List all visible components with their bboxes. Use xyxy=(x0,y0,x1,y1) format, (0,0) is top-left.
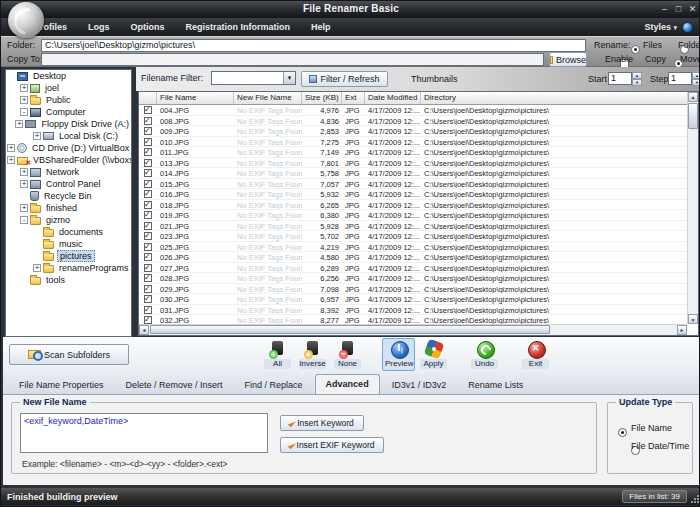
horizontal-scroll-thumb[interactable] xyxy=(150,325,550,334)
menu-registration-information[interactable]: Registration Information xyxy=(186,22,291,32)
tab[interactable]: Advanced xyxy=(315,374,380,394)
tree-item[interactable]: Recycle Bin xyxy=(6,190,131,202)
menu-logs[interactable]: Logs xyxy=(88,22,110,32)
browse-button[interactable]: Browse xyxy=(549,52,587,67)
resize-grip[interactable] xyxy=(691,495,699,503)
header-ext[interactable]: Ext xyxy=(342,92,365,104)
action-button[interactable]: All xyxy=(261,338,294,371)
table-row[interactable]: 025.JPG No EXIF Tags Found 4,219 JPG 4/1… xyxy=(139,242,687,253)
header-size[interactable]: Size (KB) xyxy=(302,92,342,104)
tree-expander-icon[interactable]: + xyxy=(7,156,15,164)
row-checkbox[interactable] xyxy=(144,316,152,324)
row-checkbox[interactable] xyxy=(144,243,152,251)
tree-item[interactable]: + Local Disk (C:) xyxy=(6,130,131,142)
row-checkbox[interactable] xyxy=(144,127,152,135)
combo-dropdown-icon[interactable]: ▼ xyxy=(283,72,295,84)
row-checkbox[interactable] xyxy=(144,253,152,261)
action-button[interactable]: Preview xyxy=(382,338,415,371)
tree-item[interactable]: + renamePrograms xyxy=(6,262,131,274)
minimize-button[interactable]: – xyxy=(658,4,671,14)
tree-item[interactable]: documents xyxy=(6,226,131,238)
rename-files-radio[interactable] xyxy=(631,45,640,54)
table-row[interactable]: 021.JPG No EXIF Tags Found 5,928 JPG 4/1… xyxy=(139,221,687,232)
tree-item[interactable]: - gizmo xyxy=(6,214,131,226)
table-row[interactable]: 030.JPG No EXIF Tags Found 6,957 JPG 4/1… xyxy=(139,294,687,305)
tab[interactable]: Rename Lists xyxy=(458,376,533,394)
row-checkbox[interactable] xyxy=(144,274,152,282)
styles-button[interactable]: Styles ▾ xyxy=(644,22,677,32)
tree-item[interactable]: pictures xyxy=(6,250,131,262)
action-button[interactable]: Undo xyxy=(468,338,501,371)
tab[interactable]: ID3v1 / ID3v2 xyxy=(382,376,457,394)
tree-item[interactable]: + joel xyxy=(6,82,131,94)
tree-expander-icon[interactable]: + xyxy=(33,132,41,140)
table-row[interactable]: 015.JPG No EXIF Tags Found 7,057 JPG 4/1… xyxy=(139,179,687,190)
table-row[interactable]: 018.JPG No EXIF Tags Found 6,265 JPG 4/1… xyxy=(139,200,687,211)
table-row[interactable]: 004.JPG No EXIF Tags Found 4,976 JPG 4/1… xyxy=(139,105,687,116)
action-button[interactable]: None xyxy=(331,338,364,371)
row-checkbox[interactable] xyxy=(144,295,152,303)
table-row[interactable]: 019.JPG No EXIF Tags Found 6,380 JPG 4/1… xyxy=(139,210,687,221)
row-checkbox[interactable] xyxy=(144,148,152,156)
scroll-left-icon[interactable]: ◄ xyxy=(139,325,149,335)
row-checkbox[interactable] xyxy=(144,106,152,114)
table-row[interactable]: 011.JPG No EXIF Tags Found 7,149 JPG 4/1… xyxy=(139,147,687,158)
row-checkbox[interactable] xyxy=(144,169,152,177)
scroll-right-icon[interactable]: ► xyxy=(677,325,687,335)
tree-expander-icon[interactable]: + xyxy=(20,168,28,176)
tree-item[interactable]: + finished xyxy=(6,202,131,214)
row-checkbox[interactable] xyxy=(144,180,152,188)
filename-filter-combo[interactable]: ▼ xyxy=(211,71,296,85)
table-row[interactable]: 013.JPG No EXIF Tags Found 7,801 JPG 4/1… xyxy=(139,158,687,169)
tree-expander-icon[interactable]: + xyxy=(33,264,41,272)
vertical-scrollbar[interactable]: ▲ ▼ xyxy=(687,92,698,324)
row-checkbox[interactable] xyxy=(144,138,152,146)
copy-to-input[interactable] xyxy=(41,53,544,66)
tree-item[interactable]: + Network xyxy=(6,166,131,178)
step-input[interactable]: 1 xyxy=(668,72,692,85)
row-checkbox[interactable] xyxy=(144,285,152,293)
row-checkbox[interactable] xyxy=(144,264,152,272)
tree-item[interactable]: music xyxy=(6,238,131,250)
help-globe-icon[interactable] xyxy=(682,22,693,33)
table-row[interactable]: 008.JPG No EXIF Tags Found 4,836 JPG 4/1… xyxy=(139,116,687,127)
tree-item[interactable]: + Public xyxy=(6,94,131,106)
menu-help[interactable]: Help xyxy=(311,22,331,32)
header-checkbox-column[interactable] xyxy=(139,92,157,104)
vertical-scroll-thumb[interactable] xyxy=(688,103,698,129)
row-checkbox[interactable] xyxy=(144,190,152,198)
table-row[interactable]: 026.JPG No EXIF Tags Found 4,580 JPG 4/1… xyxy=(139,252,687,263)
insert-exif-keyword-button[interactable]: Insert EXIF Keyword xyxy=(280,437,384,453)
tree-expander-icon[interactable]: + xyxy=(15,120,23,128)
horizontal-scrollbar[interactable]: ◄ ► xyxy=(139,324,687,335)
tree-expander-icon[interactable]: + xyxy=(20,96,28,104)
tree-expander-icon[interactable]: + xyxy=(7,144,15,152)
pattern-textarea[interactable]: <exif_keyword,DateTime> xyxy=(20,413,268,453)
tree-item[interactable]: tools xyxy=(6,274,131,286)
tree-item[interactable]: Desktop xyxy=(6,70,131,82)
header-directory[interactable]: Directory xyxy=(421,92,698,104)
table-row[interactable]: 027.JPG No EXIF Tags Found 6,289 JPG 4/1… xyxy=(139,263,687,274)
maximize-button[interactable]: □ xyxy=(672,4,685,14)
tree-expander-icon[interactable]: + xyxy=(20,204,28,212)
row-checkbox[interactable] xyxy=(144,306,152,314)
table-row[interactable]: 023.JPG No EXIF Tags Found 5,702 JPG 4/1… xyxy=(139,231,687,242)
table-row[interactable]: 010.JPG No EXIF Tags Found 7,275 JPG 4/1… xyxy=(139,137,687,148)
table-row[interactable]: 014.JPG No EXIF Tags Found 5,758 JPG 4/1… xyxy=(139,168,687,179)
tab[interactable]: File Name Properties xyxy=(9,376,114,394)
row-checkbox[interactable] xyxy=(144,222,152,230)
table-row[interactable]: 029.JPG No EXIF Tags Found 7,098 JPG 4/1… xyxy=(139,284,687,295)
header-date-modified[interactable]: Date Modified xyxy=(365,92,421,104)
header-file-name[interactable]: File Name xyxy=(157,92,234,104)
table-row[interactable]: 016.JPG No EXIF Tags Found 5,932 JPG 4/1… xyxy=(139,189,687,200)
row-checkbox[interactable] xyxy=(144,232,152,240)
scroll-up-icon[interactable]: ▲ xyxy=(688,92,698,102)
insert-keyword-button[interactable]: Insert Keyword xyxy=(280,415,364,431)
row-checkbox[interactable] xyxy=(144,211,152,219)
folder-input[interactable]: C:\Users\joel\Desktop\gizmo\pictures\ xyxy=(41,39,586,52)
table-row[interactable]: 031.JPG No EXIF Tags Found 8,392 JPG 4/1… xyxy=(139,305,687,316)
row-checkbox[interactable] xyxy=(144,201,152,209)
tree-expander-icon[interactable]: - xyxy=(20,216,28,224)
tree-item[interactable]: + Control Panel xyxy=(6,178,131,190)
tree-expander-icon[interactable]: - xyxy=(20,108,28,116)
